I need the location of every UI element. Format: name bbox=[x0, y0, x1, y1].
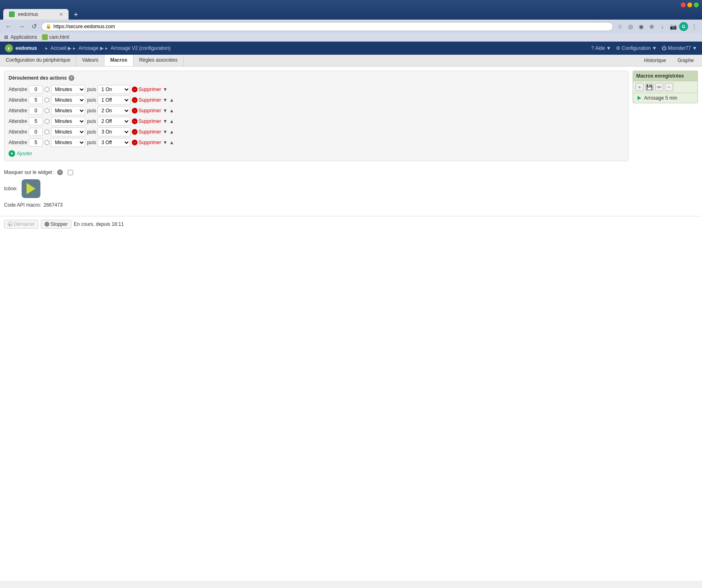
action-row: Attendre MinutesSecondesHeures puis 1 On… bbox=[9, 127, 624, 136]
down-arrow-button[interactable]: ▼ bbox=[163, 129, 168, 135]
start-icon: ▶ bbox=[8, 222, 13, 227]
nav-config[interactable]: Arrosage V2 (configuration) bbox=[105, 45, 171, 51]
action-num-input[interactable] bbox=[29, 96, 43, 104]
url-input[interactable] bbox=[53, 24, 609, 29]
tab-macros[interactable]: Macros bbox=[104, 55, 133, 66]
bookmark-cam[interactable]: cam.html bbox=[42, 34, 69, 40]
action-value-select[interactable]: 1 On1 Off2 On2 Off3 On3 Off bbox=[98, 106, 130, 115]
refresh-button[interactable]: ↺ bbox=[29, 22, 39, 31]
action-num-input[interactable] bbox=[29, 107, 43, 115]
action-unit-select[interactable]: MinutesSecondesHeures bbox=[51, 106, 85, 115]
nav-accueil[interactable]: Accueil bbox=[45, 45, 67, 51]
graphe-button[interactable]: Graphe bbox=[673, 56, 698, 65]
supprimer-button[interactable]: − Supprimer bbox=[132, 129, 161, 135]
down-arrow-button[interactable]: ▼ bbox=[163, 108, 168, 114]
action-unit-select[interactable]: MinutesSecondesHeures bbox=[51, 117, 85, 126]
new-tab-button[interactable]: + bbox=[71, 10, 81, 20]
historique-button[interactable]: Historique bbox=[640, 56, 670, 65]
nav-arrow-1: ▶ bbox=[68, 45, 71, 51]
tab-valeurs[interactable]: Valeurs bbox=[76, 55, 104, 66]
action-unit-select[interactable]: MinutesSecondesHeures bbox=[51, 127, 85, 136]
action-num-input[interactable] bbox=[29, 117, 43, 125]
configuration-button[interactable]: ⚙ Configuration ▼ bbox=[616, 45, 657, 51]
suppr-circle-icon: − bbox=[132, 87, 138, 92]
action-puis-label: puis bbox=[87, 129, 96, 135]
add-button[interactable]: + Ajouter bbox=[9, 150, 32, 157]
back-button[interactable]: ← bbox=[3, 22, 14, 31]
extension-icon4[interactable]: ↓ bbox=[658, 22, 667, 31]
action-puis-label: puis bbox=[87, 140, 96, 145]
action-value-select[interactable]: 1 On1 Off2 On2 Off3 On3 Off bbox=[98, 127, 130, 136]
action-radio[interactable] bbox=[44, 119, 49, 124]
action-attendre-label: Attendre bbox=[9, 97, 27, 103]
action-num-input[interactable] bbox=[29, 138, 43, 147]
play-icon-box[interactable] bbox=[22, 179, 40, 198]
menu-icon[interactable]: ⋮ bbox=[690, 22, 699, 31]
tab-configuration[interactable]: Configuration du périphérique bbox=[0, 55, 76, 66]
macros-panel-header: Macros enregistrées bbox=[633, 71, 698, 81]
supprimer-button[interactable]: − Supprimer bbox=[132, 97, 161, 103]
action-row: Attendre MinutesSecondesHeures puis 1 On… bbox=[9, 96, 624, 105]
action-radio[interactable] bbox=[44, 98, 49, 102]
extension-icon5[interactable]: 📷 bbox=[669, 22, 678, 31]
star-icon[interactable]: ☆ bbox=[615, 22, 624, 31]
down-arrow-button[interactable]: ▼ bbox=[163, 87, 168, 92]
action-unit-select[interactable]: MinutesSecondesHeures bbox=[51, 96, 85, 105]
extension-icon1[interactable]: ◎ bbox=[626, 22, 635, 31]
up-arrow-button[interactable]: ▲ bbox=[169, 97, 174, 103]
app-nav: Accueil ▶ Arrosage ▶ Arrosage V2 (config… bbox=[37, 45, 591, 51]
extension-icon2[interactable]: ◉ bbox=[637, 22, 646, 31]
extension-icon3[interactable]: ⊕ bbox=[647, 22, 656, 31]
action-num-input[interactable] bbox=[29, 128, 43, 136]
macro-item[interactable]: Arrosage 5 min bbox=[633, 93, 698, 103]
action-attendre-label: Attendre bbox=[9, 140, 27, 145]
demarrer-button[interactable]: ▶ Démarrer bbox=[4, 220, 38, 229]
action-attendre-label: Attendre bbox=[9, 108, 27, 114]
action-unit-select[interactable]: MinutesSecondesHeures bbox=[51, 85, 85, 94]
down-arrow-button[interactable]: ▼ bbox=[163, 97, 168, 103]
nav-arrosage[interactable]: Arrosage bbox=[73, 45, 98, 51]
aide-button[interactable]: ? Aide ▼ bbox=[591, 45, 611, 51]
down-arrow-button[interactable]: ▼ bbox=[163, 118, 168, 124]
down-arrow-button[interactable]: ▼ bbox=[163, 140, 168, 145]
action-radio[interactable] bbox=[44, 140, 49, 145]
action-value-select[interactable]: 1 On1 Off2 On2 Off3 On3 Off bbox=[98, 96, 130, 105]
supprimer-button[interactable]: − Supprimer bbox=[132, 87, 161, 92]
icone-label: Icône: bbox=[4, 186, 18, 192]
action-value-select[interactable]: 1 On1 Off2 On2 Off3 On3 Off bbox=[98, 85, 130, 94]
app-header: e eedomus Accueil ▶ Arrosage ▶ Arrosage … bbox=[0, 42, 702, 55]
up-arrow-button[interactable]: ▲ bbox=[169, 118, 174, 124]
supprimer-button[interactable]: − Supprimer bbox=[132, 108, 161, 114]
up-arrow-button[interactable]: ▲ bbox=[169, 129, 174, 135]
user-button[interactable]: ⏻ Monster77 ▼ bbox=[662, 45, 697, 51]
tab-regles[interactable]: Règles associées bbox=[133, 55, 184, 66]
masquer-checkbox[interactable] bbox=[68, 170, 73, 175]
action-radio[interactable] bbox=[44, 129, 49, 134]
macros-panel-icons: + 💾 ✏ − bbox=[633, 81, 698, 93]
action-num-input[interactable] bbox=[29, 85, 43, 94]
action-unit-select[interactable]: MinutesSecondesHeures bbox=[51, 138, 85, 147]
masquer-help-icon[interactable]: ? bbox=[57, 169, 63, 175]
action-attendre-label: Attendre bbox=[9, 118, 27, 124]
action-value-select[interactable]: 1 On1 Off2 On2 Off3 On3 Off bbox=[98, 138, 130, 147]
action-radio[interactable] bbox=[44, 108, 49, 113]
macro-delete-icon[interactable]: − bbox=[665, 83, 673, 91]
macro-edit-icon[interactable]: ✏ bbox=[655, 83, 663, 91]
up-arrow-button[interactable]: ▲ bbox=[169, 140, 174, 145]
bookmark-applications[interactable]: ⊞ Applications bbox=[3, 34, 37, 40]
supprimer-button[interactable]: − Supprimer bbox=[132, 118, 161, 124]
address-bar[interactable]: 🔒 bbox=[41, 22, 613, 31]
stopper-button[interactable]: Stopper bbox=[41, 220, 71, 229]
supprimer-button[interactable]: − Supprimer bbox=[132, 140, 161, 145]
action-value-select[interactable]: 1 On1 Off2 On2 Off3 On3 Off bbox=[98, 117, 130, 126]
up-arrow-button[interactable]: ▲ bbox=[169, 108, 174, 114]
forward-button[interactable]: → bbox=[16, 22, 27, 31]
user-icon[interactable]: G bbox=[679, 22, 688, 31]
tab-close-icon[interactable]: × bbox=[60, 11, 63, 18]
browser-tab[interactable]: eedomus × bbox=[3, 9, 69, 20]
add-circle-icon: + bbox=[9, 150, 15, 157]
action-radio[interactable] bbox=[44, 87, 49, 92]
panel-help-icon[interactable]: ? bbox=[69, 75, 74, 81]
macro-save-icon[interactable]: 💾 bbox=[645, 83, 653, 91]
macro-add-icon[interactable]: + bbox=[635, 83, 644, 91]
